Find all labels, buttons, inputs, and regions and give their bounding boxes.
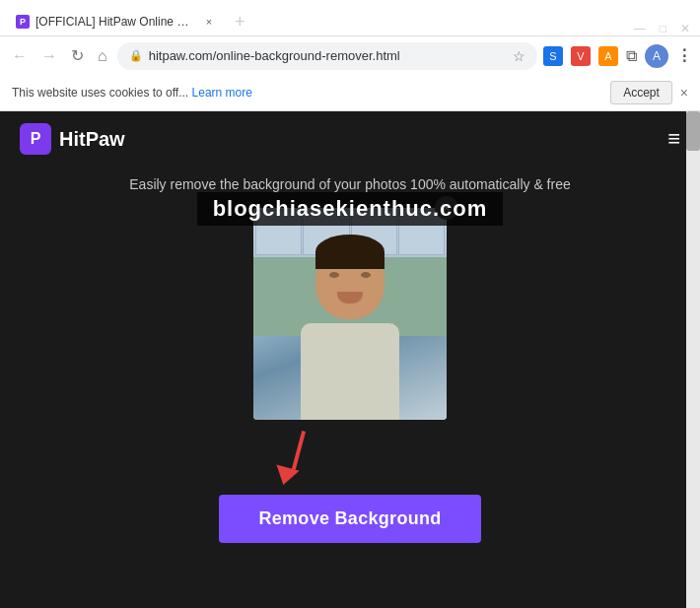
site-logo: P HitPaw xyxy=(20,123,125,155)
browser-window: P [OFFICIAL] HitPaw Online Backgr... × +… xyxy=(0,0,700,608)
photo-preview xyxy=(253,208,447,420)
bookmark-icon[interactable]: ☆ xyxy=(513,48,525,64)
active-tab[interactable]: P [OFFICIAL] HitPaw Online Backgr... × xyxy=(8,8,225,35)
photo-container: × xyxy=(253,208,447,420)
extensions-icon[interactable]: ⧉ xyxy=(626,47,637,65)
accept-cookies-button[interactable]: Accept xyxy=(610,81,672,104)
tab-title: [OFFICIAL] HitPaw Online Backgr... xyxy=(35,15,195,29)
ext-icon-s[interactable]: S xyxy=(543,46,563,66)
main-content: Easily remove the background of your pho… xyxy=(0,167,700,573)
minimize-button[interactable]: — xyxy=(634,22,646,35)
toolbar-icons: S V A ⧉ A ⋮ xyxy=(543,44,692,68)
maximize-button[interactable]: □ xyxy=(660,22,666,35)
tagline: Easily remove the background of your pho… xyxy=(129,176,570,192)
browser-menu-button[interactable]: ⋮ xyxy=(676,46,692,65)
arrow-container xyxy=(20,428,680,487)
person-figure xyxy=(286,233,414,420)
refresh-button[interactable]: ↻ xyxy=(67,44,88,67)
tab-bar: P [OFFICIAL] HitPaw Online Backgr... × +… xyxy=(0,0,700,35)
user-avatar[interactable]: A xyxy=(645,44,668,68)
cookie-actions: Accept × xyxy=(610,81,688,104)
home-button[interactable]: ⌂ xyxy=(94,45,111,67)
cookie-banner: This website uses cookies to off... Lear… xyxy=(0,75,700,111)
close-window-button[interactable]: ✕ xyxy=(680,22,690,35)
page-content: blogchiasekienthuc.com P HitPaw ≡ Easily… xyxy=(0,111,700,608)
hamburger-menu-button[interactable]: ≡ xyxy=(667,126,680,152)
tab-close-button[interactable]: × xyxy=(201,14,217,30)
cookie-text: This website uses cookies to off... Lear… xyxy=(12,86,610,100)
photo-close-button[interactable]: × xyxy=(435,196,458,220)
arrow-shaft xyxy=(292,431,306,470)
address-bar: ← → ↻ ⌂ 🔒 hitpaw.com/online-background-r… xyxy=(0,35,700,75)
person-head xyxy=(315,242,385,319)
person-hair xyxy=(315,235,385,269)
learn-more-link[interactable]: Learn more xyxy=(192,86,252,100)
logo-icon: P xyxy=(20,123,51,155)
lock-icon: 🔒 xyxy=(129,49,143,62)
url-text: hitpaw.com/online-background-remover.htm… xyxy=(149,48,507,63)
back-button[interactable]: ← xyxy=(8,45,32,67)
new-tab-button[interactable]: + xyxy=(227,8,253,35)
site-header: P HitPaw ≡ xyxy=(0,111,700,167)
url-bar[interactable]: 🔒 hitpaw.com/online-background-remover.h… xyxy=(117,42,537,70)
photo-background xyxy=(253,208,447,420)
ext-icon-a[interactable]: A xyxy=(598,46,618,66)
ext-icon-v[interactable]: V xyxy=(571,46,591,66)
scrollbar-track[interactable] xyxy=(686,111,700,608)
person-body xyxy=(301,323,399,420)
logo-name: HitPaw xyxy=(59,128,125,151)
remove-background-button[interactable]: Remove Background xyxy=(219,495,480,543)
forward-button[interactable]: → xyxy=(37,45,61,67)
scrollbar-thumb[interactable] xyxy=(686,111,700,151)
tab-favicon: P xyxy=(16,15,30,29)
cookie-close-button[interactable]: × xyxy=(680,85,688,101)
red-arrow xyxy=(271,428,303,485)
